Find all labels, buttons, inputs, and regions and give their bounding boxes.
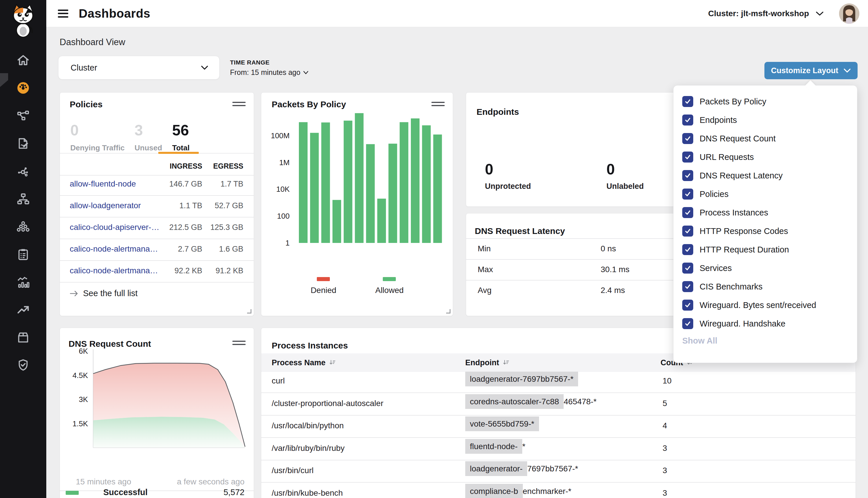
count-cell: 3 [663,444,667,453]
drag-handle-icon[interactable] [232,102,246,108]
resize-handle[interactable] [247,309,251,314]
stat-value: 0 [485,160,531,178]
app-root: Dashboards Cluster: jlt-msft-workshop Da… [0,0,868,498]
latency-row-value: 30.1 ms [601,265,630,274]
cluster-selector[interactable]: Cluster: jlt-msft-workshop [708,9,824,18]
allowed-bar [299,122,308,243]
checkbox-checked-icon[interactable] [682,263,693,274]
process-name-column-header[interactable]: Process Name [272,353,336,372]
policy-link[interactable]: calico-node-alertmana… [70,266,158,275]
threat-graph-icon [16,165,30,178]
menu-item-6[interactable]: Process Instances [682,203,768,222]
policies-stat-denying-traffic[interactable]: 0Denying Traffic [70,121,125,153]
customize-layout-button[interactable]: Customize Layout [764,62,858,79]
policies-stat-unused[interactable]: 3Unused [134,121,162,153]
hamburger-menu-icon[interactable] [58,10,68,18]
menu-item-4[interactable]: DNS Request Latency [682,166,783,185]
divider [261,437,856,438]
sidebar-item-activity-stats[interactable] [0,273,46,291]
dns-count-card: DNS Request Count 1.5K3K4.5K6K 15 minute… [60,328,254,498]
menu-item-0[interactable]: Packets By Policy [682,92,766,111]
checkbox-checked-icon[interactable] [682,152,693,162]
menu-item-2[interactable]: DNS Request Count [682,129,776,148]
allowed-bar [344,121,352,243]
sidebar-item-network-tree[interactable] [0,190,46,208]
policy-link[interactable]: allow-loadgenerator [70,201,141,210]
checkbox-checked-icon[interactable] [682,244,693,255]
sidebar-item-trending-up[interactable] [0,301,46,319]
allowed-bar [333,200,341,243]
policy-link[interactable]: calico-cloud-apiserver-… [70,223,159,232]
see-full-list-link[interactable]: See the full list [70,289,138,298]
resize-handle[interactable] [446,309,451,314]
allowed-bar [366,144,375,243]
y-tick-label: 1.5K [73,419,88,428]
sidebar-item-package-box[interactable] [0,328,46,347]
allowed-bar [377,199,386,243]
dashboard-view-select-value: Cluster [70,63,97,73]
checkbox-checked-icon[interactable] [682,133,693,144]
endpoint-column-header[interactable]: Endpoint [465,353,509,372]
sidebar-item-compliance-clipboard[interactable] [0,245,46,264]
sidebar-item-dashboards-gauge[interactable] [0,79,46,97]
checkbox-checked-icon[interactable] [682,300,693,311]
allowed-legend-swatch [383,277,396,281]
time-range-control: TIME RANGE From: 15 minutes ago [230,59,308,77]
menu-item-label: Services [700,263,732,273]
divider [60,282,254,283]
stat-label: Denying Traffic [70,143,125,153]
chevron-down-icon [303,71,308,74]
checkbox-checked-icon[interactable] [682,188,693,199]
calico-cat-logo[interactable] [10,3,37,39]
dns-count-card-title: DNS Request Count [68,339,151,349]
count-cell: 10 [663,376,672,385]
endpoint-chip: coredns-autoscaler-7c88 [465,394,563,409]
menu-item-11[interactable]: Wireguard. Bytes sent/received [682,296,816,314]
time-range-value[interactable]: From: 15 minutes ago [230,68,308,77]
endpoint-chip: compliance-b [465,484,523,498]
dashboard-view-select[interactable]: Cluster [58,56,220,80]
menu-item-label: Process Instances [700,208,768,218]
policy-link[interactable]: calico-node-alertmana… [70,244,158,254]
menu-item-label: HTTP Request Duration [700,245,789,254]
sidebar-item-threat-graph[interactable] [0,162,46,181]
menu-item-10[interactable]: CIS Benchmarks [682,277,763,296]
menu-item-8[interactable]: HTTP Request Duration [682,240,789,259]
menu-item-3[interactable]: URL Requests [682,148,754,166]
latency-row-label: Avg [478,286,492,295]
process-name-cell: /usr/local/bin/python [272,421,344,430]
show-all-link[interactable]: Show All [682,336,717,345]
sidebar-item-shield-check[interactable] [0,356,46,374]
menu-item-1[interactable]: Endpoints [682,111,737,129]
home-icon [16,53,30,67]
user-avatar[interactable] [839,3,859,24]
checkbox-checked-icon[interactable] [682,318,693,329]
count-cell: 3 [663,466,667,475]
checkbox-checked-icon[interactable] [682,96,693,107]
checkbox-checked-icon[interactable] [682,226,693,237]
policies-card-title: Policies [70,100,102,109]
sidebar-item-home[interactable] [0,51,46,69]
checkbox-checked-icon[interactable] [682,170,693,181]
endpoint-chip: loadgenerator- [465,461,527,476]
policy-link[interactable]: allow-fluentd-node [70,179,136,188]
sidebar-item-policy-edit[interactable] [0,134,46,153]
menu-item-9[interactable]: Services [682,259,732,277]
menu-item-7[interactable]: HTTP Response Codes [682,222,788,240]
menu-item-12[interactable]: Wireguard. Handshake [682,314,786,333]
endpoint-rest: enchmarker-* [523,484,571,498]
policies-card: Policies 0Denying Traffic3Unused56Total … [60,92,254,316]
count-cell: 4 [663,421,667,430]
checkbox-checked-icon[interactable] [682,115,693,126]
menu-item-5[interactable]: Policies [682,185,728,203]
sidebar-item-service-graph[interactable] [0,106,46,125]
divider [261,392,856,393]
checkbox-checked-icon[interactable] [682,281,693,292]
customize-layout-menu: Packets By PolicyEndpointsDNS Request Co… [673,85,857,363]
sidebar-item-cluster-nodes[interactable] [0,218,46,236]
checkbox-checked-icon[interactable] [682,207,693,218]
drag-handle-icon[interactable] [232,341,246,347]
menu-item-label: Policies [700,189,728,199]
policies-stat-total[interactable]: 56Total [172,121,190,153]
policies-col-ingress: INGRESS [170,162,202,170]
